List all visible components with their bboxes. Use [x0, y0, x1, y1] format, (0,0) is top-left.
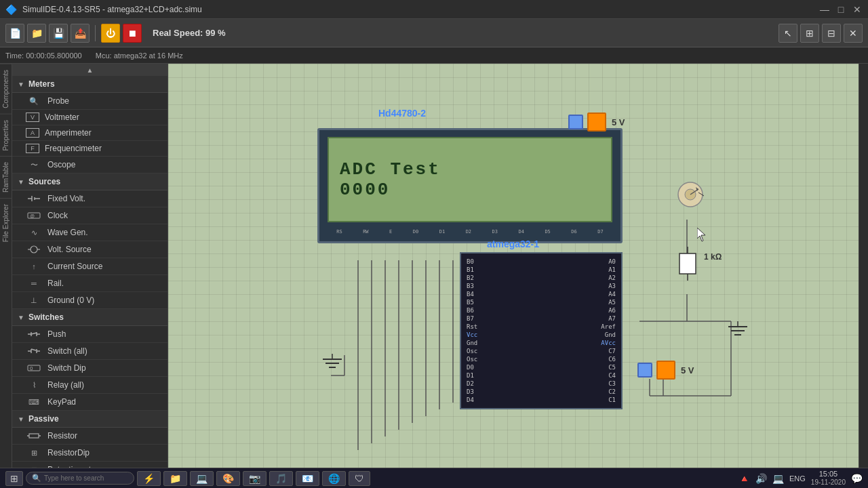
sidebar-item-frequencimeter[interactable]: F Frequencimeter: [12, 141, 167, 157]
fixed-volt-label: Fixed Volt.: [47, 194, 85, 203]
main-layout: Components Properties RamTable File Expl…: [0, 64, 868, 468]
chip-left-d3: D3: [467, 388, 474, 395]
switch-dip-label: Switch Dip: [47, 363, 86, 373]
sidebar-item-current-source[interactable]: ↑ Current Source: [12, 258, 167, 275]
sidebar-scroll-up[interactable]: ▲: [12, 64, 167, 76]
potentiometer[interactable]: [670, 176, 711, 218]
canvas-area[interactable]: Hd44780-2 ADC Test 0000 RS RW E D0 D1 D2…: [168, 64, 859, 468]
lcd-pin-d1: D1: [439, 229, 445, 235]
sidebar-item-switch-dip[interactable]: 0 Switch Dip: [12, 360, 167, 377]
power-supply-1[interactable]: 5 V: [568, 113, 625, 131]
close-circuit-button[interactable]: ✕: [844, 24, 863, 43]
wave-gen-icon: ∿: [26, 227, 42, 238]
switches-label: Switches: [28, 312, 64, 322]
chip-left-d1: D1: [467, 372, 474, 379]
sidebar-item-voltmeter[interactable]: V Voltmeter: [12, 110, 167, 125]
lcd-pin-e: E: [389, 229, 392, 235]
sidebar-item-rail[interactable]: ═ Rail.: [12, 275, 167, 292]
chip-right-a0: A0: [608, 258, 616, 265]
taskbar-app-2[interactable]: 📁: [163, 471, 187, 486]
taskbar-right: 🔺 🔊 💻 ENG 15:05 19-11-2020 💬: [738, 470, 863, 487]
properties-tab[interactable]: Properties: [0, 114, 12, 157]
atmega-chip[interactable]: B0 A0 B1 A1 B2 A2 B3 A3 B4 A4: [460, 252, 623, 409]
app-icon: 🔷: [5, 4, 17, 15]
sidebar-item-clock[interactable]: @ Clock: [12, 207, 167, 224]
rail-label: Rail.: [47, 279, 64, 288]
resistor[interactable]: [675, 247, 700, 283]
ground-label: Ground (0 V): [47, 296, 94, 305]
sidebar-item-probe[interactable]: 🔍 Probe: [12, 93, 167, 110]
search-input[interactable]: [44, 474, 119, 482]
chip-right-a5: A5: [608, 299, 616, 306]
pause-button[interactable]: ⏹: [123, 24, 142, 43]
passive-arrow: ▼: [18, 415, 24, 423]
taskbar-search-box[interactable]: 🔍: [26, 472, 134, 485]
taskbar-app-7[interactable]: 📧: [296, 471, 319, 486]
close-button[interactable]: ✕: [852, 4, 863, 15]
components-tab[interactable]: Components: [0, 64, 12, 114]
chip-pin-row-1: B0 A0: [461, 258, 621, 266]
taskbar-app-4[interactable]: 🎨: [216, 471, 240, 486]
sidebar-item-resistor-dip[interactable]: ⊞ ResistorDip: [12, 445, 167, 462]
open-file-button[interactable]: 📁: [27, 24, 46, 43]
chip-left-b3: B3: [467, 283, 474, 289]
zoom-in-button[interactable]: ⊞: [800, 24, 819, 43]
sidebar-item-fixed-volt[interactable]: Fixed Volt.: [12, 190, 167, 207]
sidebar-item-relay-all[interactable]: ⌇ Relay (all): [12, 377, 167, 394]
lcd-pin-d3: D3: [492, 229, 498, 235]
sidebar-item-oscope[interactable]: 〜 Oscope: [12, 157, 167, 174]
ground-svg-2: [319, 354, 346, 374]
taskbar-app-3[interactable]: 💻: [190, 471, 214, 486]
sidebar-item-wave-gen[interactable]: ∿ Wave Gen.: [12, 224, 167, 241]
taskbar-app-1[interactable]: ⚡: [137, 471, 161, 486]
volt-source-icon: [26, 244, 42, 255]
taskbar-app-9[interactable]: 🛡: [349, 471, 370, 486]
clock-date: 19-11-2020: [811, 479, 846, 487]
section-meters[interactable]: ▼ Meters: [12, 76, 167, 93]
minimize-button[interactable]: —: [819, 4, 830, 15]
section-passive[interactable]: ▼ Passive: [12, 411, 167, 428]
save-button[interactable]: 💾: [49, 24, 68, 43]
section-switches[interactable]: ▼ Switches: [12, 309, 167, 326]
sidebar-item-resistor[interactable]: Resistor: [12, 428, 167, 445]
sidebar-item-potentiometer[interactable]: ⊠ Potentiometer: [12, 462, 167, 468]
power-led-orange-1: [587, 113, 606, 131]
chip-right-c2: C2: [608, 388, 616, 395]
file-explorer-tab[interactable]: File Explorer: [0, 198, 12, 247]
power-button[interactable]: ⏻: [101, 24, 120, 43]
sidebar-item-keypad[interactable]: ⌨ KeyPad: [12, 394, 167, 411]
sidebar-item-amperimeter[interactable]: A Amperimeter: [12, 125, 167, 141]
save-as-button[interactable]: 📤: [71, 24, 90, 43]
sidebar-item-ground[interactable]: ⊥ Ground (0 V): [12, 292, 167, 309]
speed-display: Real Speed: 99 %: [153, 28, 226, 38]
taskbar: ⊞ 🔍 ⚡ 📁 💻 🎨 📷 🎵 📧 🌐 🛡 🔺 🔊 💻 ENG 15:05 19…: [0, 468, 868, 488]
new-file-button[interactable]: 📄: [5, 24, 24, 43]
zoom-out-button[interactable]: ⊟: [822, 24, 841, 43]
start-button[interactable]: ⊞: [5, 471, 23, 486]
power-led-orange-2: [656, 361, 675, 380]
taskbar-app-5[interactable]: 📷: [243, 471, 267, 486]
lcd-component[interactable]: Hd44780-2 ADC Test 0000 RS RW E D0 D1 D2…: [317, 128, 623, 243]
ramtable-tab[interactable]: RamTable: [0, 156, 12, 198]
clock-label: Clock: [47, 211, 68, 220]
sidebar: ▲ ▼ Meters 🔍 Probe V Voltmeter A Amperim…: [12, 64, 168, 468]
sidebar-item-push[interactable]: Push: [12, 326, 167, 343]
switches-arrow: ▼: [18, 314, 24, 321]
chip-pin-row-15: D1 C4: [461, 371, 621, 380]
power-supply-2[interactable]: 5 V: [637, 361, 694, 380]
chip-right-c1: C1: [608, 396, 616, 403]
zoom-fit-button[interactable]: ↖: [778, 24, 797, 43]
taskbar-app-6[interactable]: 🎵: [269, 471, 293, 486]
taskbar-app-8[interactable]: 🌐: [322, 471, 346, 486]
resistor-dip-icon: ⊞: [26, 447, 42, 458]
chip-left-b0: B0: [467, 258, 474, 265]
meters-label: Meters: [28, 79, 55, 89]
chip-pin-row-14: D0 C5: [461, 363, 621, 371]
sys-icon-notification[interactable]: 💬: [851, 473, 863, 484]
sidebar-item-switch-all[interactable]: Switch (all): [12, 343, 167, 360]
wave-gen-label: Wave Gen.: [47, 228, 88, 237]
section-sources[interactable]: ▼ Sources: [12, 174, 167, 190]
sidebar-item-volt-source[interactable]: Volt. Source: [12, 241, 167, 258]
maximize-button[interactable]: □: [835, 4, 846, 15]
relay-icon: ⌇: [26, 380, 42, 390]
